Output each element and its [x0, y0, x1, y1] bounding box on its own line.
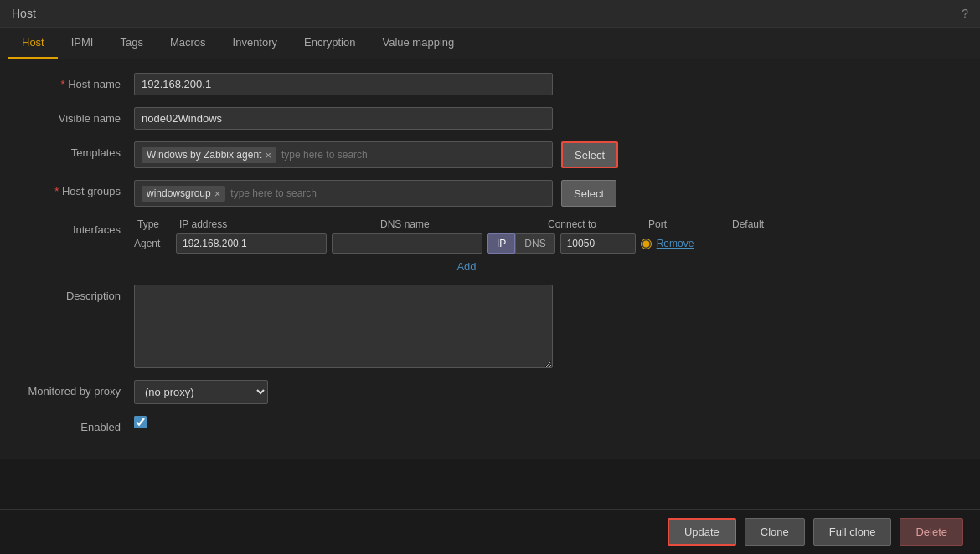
- tab-host[interactable]: Host: [8, 28, 58, 59]
- interfaces-section: Type IP address DNS name Connect to Port…: [134, 218, 799, 273]
- tab-tags[interactable]: Tags: [106, 28, 156, 59]
- col-connect-header: Connect to: [548, 218, 648, 230]
- host-name-input[interactable]: [134, 73, 553, 95]
- enabled-row: Enabled: [17, 416, 963, 433]
- proxy-label: Monitored by proxy: [17, 380, 134, 398]
- page-title: Host: [12, 7, 36, 20]
- form-actions: Update Clone Full clone Delete: [0, 509, 980, 554]
- interface-remove-button[interactable]: Remove: [657, 238, 694, 249]
- enabled-checkbox[interactable]: [134, 416, 147, 428]
- templates-row: Templates Windows by Zabbix agent × Sele…: [17, 141, 963, 168]
- host-groups-label: Host groups: [17, 180, 134, 197]
- host-name-row: Host name: [17, 73, 963, 95]
- description-input[interactable]: [134, 285, 553, 368]
- interface-dns-input[interactable]: [332, 233, 482, 254]
- description-row: Description: [17, 285, 963, 368]
- update-button[interactable]: Update: [668, 518, 736, 546]
- interface-type: Agent: [134, 238, 171, 249]
- connect-ip-button[interactable]: IP: [487, 233, 515, 254]
- connect-dns-button[interactable]: DNS: [515, 233, 554, 254]
- col-dns-header: DNS name: [380, 218, 548, 230]
- interfaces-header: Type IP address DNS name Connect to Port…: [134, 218, 799, 230]
- full-clone-button[interactable]: Full clone: [813, 518, 892, 546]
- templates-label: Templates: [17, 141, 134, 159]
- proxy-select[interactable]: (no proxy): [134, 380, 268, 404]
- proxy-row: Monitored by proxy (no proxy): [17, 380, 963, 404]
- template-tag-label: Windows by Zabbix agent: [147, 149, 261, 161]
- interface-port-input[interactable]: [560, 233, 636, 254]
- tab-inventory[interactable]: Inventory: [219, 28, 291, 59]
- tab-value-mapping[interactable]: Value mapping: [369, 28, 467, 59]
- connect-buttons: IP DNS: [487, 233, 555, 254]
- interface-ip-input[interactable]: [176, 233, 327, 254]
- tab-ipmi[interactable]: IPMI: [58, 28, 107, 59]
- visible-name-label: Visible name: [17, 107, 134, 125]
- templates-tags-input[interactable]: Windows by Zabbix agent ×: [134, 141, 553, 168]
- title-bar: Host ?: [0, 0, 980, 28]
- host-group-tag-remove[interactable]: ×: [214, 187, 221, 200]
- tab-macros[interactable]: Macros: [157, 28, 219, 59]
- templates-field: Windows by Zabbix agent ×: [134, 141, 553, 168]
- template-tag: Windows by Zabbix agent ×: [142, 147, 276, 163]
- host-groups-select-button[interactable]: Select: [561, 180, 616, 207]
- delete-button[interactable]: Delete: [900, 518, 963, 546]
- host-group-tag-label: windowsgroup: [147, 187, 211, 199]
- tab-encryption[interactable]: Encryption: [291, 28, 369, 59]
- templates-select-button[interactable]: Select: [561, 141, 618, 168]
- templates-search-input[interactable]: [280, 147, 414, 162]
- col-type-header: Type: [137, 218, 179, 230]
- col-default-header: Default: [732, 218, 799, 230]
- add-interface-button[interactable]: Add: [134, 260, 799, 273]
- visible-name-input[interactable]: [134, 107, 553, 130]
- interfaces-row: Interfaces Type IP address DNS name Conn…: [17, 218, 963, 273]
- template-tag-remove[interactable]: ×: [265, 149, 271, 162]
- host-form: Host name Visible name Templates Windows…: [0, 59, 980, 459]
- host-groups-row: Host groups windowsgroup × Select: [17, 180, 963, 207]
- visible-name-row: Visible name: [17, 107, 963, 130]
- host-group-tag: windowsgroup ×: [142, 186, 225, 202]
- col-ip-header: IP address: [179, 218, 380, 230]
- help-icon[interactable]: ?: [962, 7, 968, 20]
- interfaces-label: Interfaces: [17, 218, 134, 236]
- interface-default-radio[interactable]: [641, 239, 652, 249]
- clone-button[interactable]: Clone: [745, 518, 805, 546]
- interface-row: Agent IP DNS Remove: [134, 233, 799, 254]
- host-groups-tags-input[interactable]: windowsgroup ×: [134, 180, 553, 207]
- col-port-header: Port: [648, 218, 732, 230]
- host-groups-field: windowsgroup ×: [134, 180, 553, 207]
- tab-bar: Host IPMI Tags Macros Inventory Encrypti…: [0, 28, 980, 59]
- description-label: Description: [17, 285, 134, 302]
- host-groups-search-input[interactable]: [229, 186, 363, 201]
- enabled-label: Enabled: [17, 416, 134, 433]
- host-name-label: Host name: [17, 73, 134, 90]
